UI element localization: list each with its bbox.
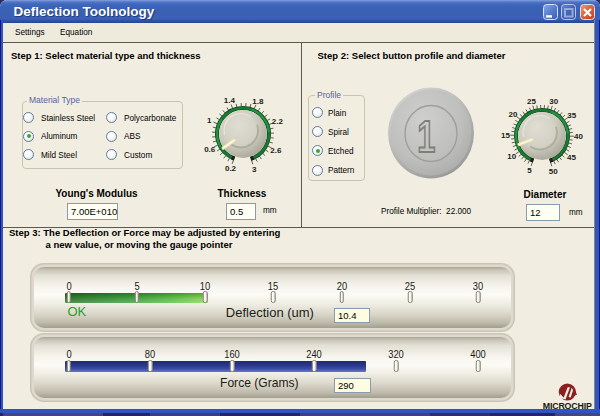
svg-text:20: 20 (509, 110, 518, 119)
svg-text:0.6: 0.6 (204, 145, 216, 154)
svg-text:3: 3 (252, 165, 257, 174)
svg-text:10: 10 (507, 152, 516, 161)
svg-text:30: 30 (549, 97, 558, 106)
svg-text:2.2: 2.2 (272, 117, 284, 126)
svg-text:5: 5 (527, 166, 532, 175)
svg-text:0.2: 0.2 (225, 164, 237, 173)
svg-text:25: 25 (527, 97, 536, 106)
svg-text:50: 50 (549, 167, 558, 176)
svg-text:1: 1 (207, 116, 212, 125)
svg-text:1.4: 1.4 (224, 96, 236, 105)
svg-text:1.8: 1.8 (252, 97, 264, 106)
svg-text:40: 40 (574, 132, 583, 141)
svg-text:45: 45 (567, 153, 576, 162)
svg-text:15: 15 (501, 131, 510, 140)
svg-text:1: 1 (417, 112, 435, 161)
svg-text:2.6: 2.6 (270, 146, 282, 155)
svg-text:35: 35 (567, 111, 576, 120)
svg-text:MICROCHIP: MICROCHIP (543, 401, 592, 409)
